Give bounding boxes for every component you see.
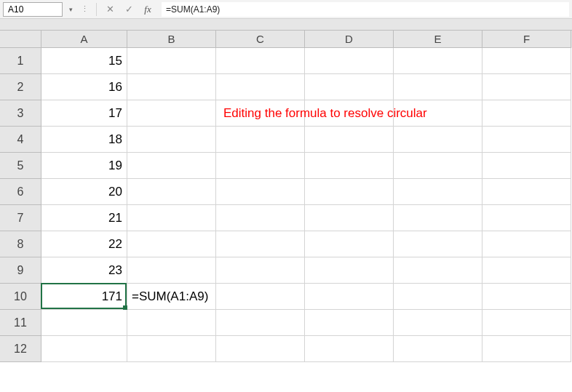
col-header-E[interactable]: E (394, 31, 482, 48)
cell-A7[interactable]: 21 (41, 205, 127, 231)
select-all-corner[interactable] (0, 31, 41, 48)
cell-C9[interactable] (216, 257, 305, 284)
row-header-4[interactable]: 4 (0, 127, 41, 153)
cell-B1[interactable] (127, 48, 216, 74)
cell-D12[interactable] (305, 336, 394, 362)
cancel-icon[interactable]: ✕ (102, 2, 118, 17)
cell-F3[interactable] (482, 100, 571, 127)
cell-D6[interactable] (305, 179, 394, 205)
cell-A6[interactable]: 20 (41, 179, 127, 205)
cell-F7[interactable] (482, 205, 571, 231)
row-header-6[interactable]: 6 (0, 179, 41, 205)
cell-B7[interactable] (127, 205, 216, 231)
cell-D7[interactable] (305, 205, 394, 231)
cell-A10[interactable]: 171 (41, 284, 127, 310)
table-row (41, 310, 571, 336)
cell-B3[interactable] (127, 100, 216, 127)
col-header-B[interactable]: B (127, 31, 216, 48)
cell-C7[interactable] (216, 205, 305, 231)
row-header-3[interactable]: 3 (0, 100, 41, 127)
cell-E6[interactable] (394, 179, 482, 205)
cell-F6[interactable] (482, 179, 571, 205)
cell-B2[interactable] (127, 74, 216, 100)
row-header-9[interactable]: 9 (0, 257, 41, 284)
formula-text: =SUM(A1:A9) (166, 4, 220, 15)
row-header-8[interactable]: 8 (0, 231, 41, 257)
col-header-D[interactable]: D (305, 31, 394, 48)
cell-F5[interactable] (482, 153, 571, 179)
cell-C2[interactable] (216, 74, 305, 100)
row-header-7[interactable]: 7 (0, 205, 41, 231)
row-header-2[interactable]: 2 (0, 74, 41, 100)
cell-C1[interactable] (216, 48, 305, 74)
cell-E12[interactable] (394, 336, 482, 362)
cell-C3[interactable] (216, 100, 305, 127)
cell-E11[interactable] (394, 310, 482, 336)
cell-C6[interactable] (216, 179, 305, 205)
cell-F4[interactable] (482, 127, 571, 153)
fx-icon[interactable]: fx (140, 2, 156, 17)
cell-B8[interactable] (127, 231, 216, 257)
cell-E4[interactable] (394, 127, 482, 153)
cell-F11[interactable] (482, 310, 571, 336)
cell-C12[interactable] (216, 336, 305, 362)
row-header-5[interactable]: 5 (0, 153, 41, 179)
cell-C5[interactable] (216, 153, 305, 179)
cell-E3[interactable] (394, 100, 482, 127)
cell-A11[interactable] (41, 310, 127, 336)
cell-E5[interactable] (394, 153, 482, 179)
cell-D10[interactable] (305, 284, 394, 310)
cell-C10[interactable] (216, 284, 305, 310)
cell-E7[interactable] (394, 205, 482, 231)
col-header-F[interactable]: F (482, 31, 571, 48)
cell-F1[interactable] (482, 48, 571, 74)
cell-E2[interactable] (394, 74, 482, 100)
cell-D9[interactable] (305, 257, 394, 284)
cell-B9[interactable] (127, 257, 216, 284)
cell-F12[interactable] (482, 336, 571, 362)
formula-input[interactable]: =SUM(A1:A9) (162, 2, 569, 17)
cell-B11[interactable] (127, 310, 216, 336)
cell-B6[interactable] (127, 179, 216, 205)
enter-icon[interactable]: ✓ (121, 2, 137, 17)
cell-D11[interactable] (305, 310, 394, 336)
cell-F10[interactable] (482, 284, 571, 310)
cell-D2[interactable] (305, 74, 394, 100)
cell-D8[interactable] (305, 231, 394, 257)
row-header-11[interactable]: 11 (0, 310, 41, 336)
cell-A12[interactable] (41, 336, 127, 362)
cell-D4[interactable] (305, 127, 394, 153)
cell-E1[interactable] (394, 48, 482, 74)
row-header-1[interactable]: 1 (0, 48, 41, 74)
cell-A1[interactable]: 15 (41, 48, 127, 74)
cell-F2[interactable] (482, 74, 571, 100)
cell-D3[interactable] (305, 100, 394, 127)
cell-E8[interactable] (394, 231, 482, 257)
name-box-dropdown[interactable]: ▾ (65, 3, 76, 16)
cell-F8[interactable] (482, 231, 571, 257)
cell-E9[interactable] (394, 257, 482, 284)
cell-C11[interactable] (216, 310, 305, 336)
name-box[interactable]: A10 (3, 2, 63, 17)
col-header-A[interactable]: A (41, 31, 127, 48)
row-header-10[interactable]: 10 (0, 284, 41, 310)
cell-B10[interactable]: =SUM(A1:A9) (127, 284, 216, 310)
cell-A3[interactable]: 17 (41, 100, 127, 127)
cell-A2[interactable]: 16 (41, 74, 127, 100)
cell-C4[interactable] (216, 127, 305, 153)
col-header-C[interactable]: C (216, 31, 305, 48)
cell-A4[interactable]: 18 (41, 127, 127, 153)
cell-F9[interactable] (482, 257, 571, 284)
cell-A8[interactable]: 22 (41, 231, 127, 257)
row-header-12[interactable]: 12 (0, 336, 41, 362)
cell-A9[interactable]: 23 (41, 257, 127, 284)
cell-E10[interactable] (394, 284, 482, 310)
cell-A5[interactable]: 19 (41, 153, 127, 179)
cell-B5[interactable] (127, 153, 216, 179)
cell-C8[interactable] (216, 231, 305, 257)
cell-B4[interactable] (127, 127, 216, 153)
cell-D5[interactable] (305, 153, 394, 179)
cell-B12[interactable] (127, 336, 216, 362)
formula-bar-expand-icon[interactable]: ⋮ (79, 4, 91, 14)
cell-D1[interactable] (305, 48, 394, 74)
